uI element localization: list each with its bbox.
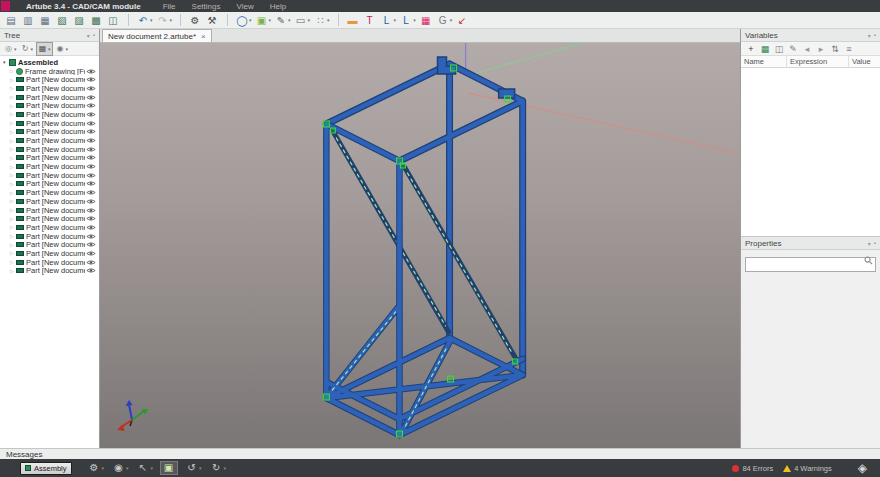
variables-list[interactable]: [741, 68, 880, 237]
rotate-left-icon[interactable]: ↺▾: [184, 461, 203, 475]
import-icon[interactable]: ▩: [89, 13, 104, 27]
visibility-eye-icon[interactable]: [86, 215, 96, 222]
variable-table-icon[interactable]: ▦: [759, 42, 771, 56]
pattern-tool-icon[interactable]: ∷▾: [313, 13, 331, 27]
circle-tool-icon[interactable]: ◯▾: [235, 13, 253, 27]
visibility-eye-icon[interactable]: [86, 85, 96, 92]
tree-item-part[interactable]: ▷ Part [New document 2: [0, 206, 99, 215]
tree-item-part[interactable]: ▷ Part [New document 2: [0, 180, 99, 189]
postprocess-icon[interactable]: ↙: [455, 13, 470, 27]
visibility-eye-icon[interactable]: [86, 146, 96, 153]
warnings-label[interactable]: Warnings: [800, 464, 831, 473]
close-icon[interactable]: ×: [201, 32, 206, 41]
copy-variable-icon[interactable]: ◫: [773, 42, 785, 56]
tree-item-part[interactable]: ▷ Part [New document 2: [0, 84, 99, 93]
profile-tool-icon[interactable]: L▾: [380, 13, 398, 27]
visibility-mode-icon[interactable]: ◉▾: [111, 461, 130, 475]
visibility-eye-icon[interactable]: [86, 180, 96, 187]
machine-setup-icon[interactable]: ⚙: [188, 13, 203, 27]
new-document-icon[interactable]: ▤: [4, 13, 19, 27]
export-icon[interactable]: ◫: [106, 13, 121, 27]
tree-item-part[interactable]: ▷ Part [New document 2: [0, 214, 99, 223]
tree-item-assembled[interactable]: ▾ Assembled: [0, 58, 99, 67]
tree-item-part[interactable]: ▷ Part [New document 2: [0, 258, 99, 267]
column-header-name[interactable]: Name: [741, 56, 787, 67]
column-header-value[interactable]: Value: [849, 56, 880, 67]
save-as-icon[interactable]: ▧: [55, 13, 70, 27]
tree-item-part[interactable]: ▷ Part [New document 2: [0, 119, 99, 128]
column-header-expression[interactable]: Expression: [787, 56, 849, 67]
rotate-right-icon[interactable]: ↻▾: [209, 461, 228, 475]
tree-item-part[interactable]: ▷ Part [New document 2: [0, 249, 99, 258]
visibility-eye-icon[interactable]: [86, 76, 96, 83]
tree-item-part[interactable]: ▷ Part [New document 2: [0, 136, 99, 145]
errors-label[interactable]: Errors: [753, 464, 773, 473]
visibility-eye-icon[interactable]: [86, 172, 96, 179]
visibility-eye-icon[interactable]: [86, 94, 96, 101]
viewport-3d[interactable]: [100, 43, 740, 448]
snap-icon[interactable]: ▣: [160, 461, 178, 475]
visibility-filter-icon[interactable]: ◉▾: [55, 42, 70, 56]
visibility-eye-icon[interactable]: [86, 224, 96, 231]
visibility-eye-icon[interactable]: [86, 198, 96, 205]
tree-item-part[interactable]: ▷ Part [New document 2: [0, 162, 99, 171]
tree-item-part[interactable]: ▷ Part [New document 2: [0, 101, 99, 110]
tree-item-part[interactable]: ▷ Part [New document 2: [0, 110, 99, 119]
menu-item[interactable]: Settings: [192, 2, 221, 11]
table-icon[interactable]: ▦: [419, 13, 434, 27]
visibility-eye-icon[interactable]: [86, 189, 96, 196]
panel-menu-icon[interactable]: ▾: [868, 240, 871, 247]
visibility-eye-icon[interactable]: [86, 137, 96, 144]
next-variable-icon[interactable]: ▸: [815, 42, 827, 56]
properties-search-input[interactable]: [745, 257, 876, 272]
visibility-eye-icon[interactable]: [86, 120, 96, 127]
visibility-eye-icon[interactable]: [86, 207, 96, 214]
edit-variable-icon[interactable]: ✎: [787, 42, 799, 56]
view-mode-icon[interactable]: ▦▾: [36, 42, 53, 56]
tree-item-part[interactable]: ▷ Part [New document 2: [0, 171, 99, 180]
refresh-tree-icon[interactable]: ↻▾: [20, 42, 35, 56]
tree-item-part[interactable]: ▷ Part [New document 2: [0, 128, 99, 137]
open-icon[interactable]: ▥: [21, 13, 36, 27]
profile-edit-icon[interactable]: L▾: [399, 13, 417, 27]
list-view-icon[interactable]: ≡: [843, 42, 855, 56]
machine-mode-icon[interactable]: ⚙▾: [87, 461, 106, 475]
solid-tool-icon[interactable]: ▣▾: [255, 13, 273, 27]
visibility-eye-icon[interactable]: [86, 241, 96, 248]
tree-item-part[interactable]: ▷ Part [New document 2: [0, 240, 99, 249]
add-variable-icon[interactable]: +: [745, 42, 757, 56]
tree-item-frame-drawing[interactable]: ▷ Frame drawing [Frame: [0, 67, 99, 76]
gcode-icon[interactable]: G▾: [436, 13, 454, 27]
redo-icon[interactable]: ↷▾: [156, 13, 174, 27]
measure-tool-icon[interactable]: ▭▾: [294, 13, 312, 27]
menu-item[interactable]: View: [236, 2, 253, 11]
document-tab[interactable]: New document 2.artube* ×: [102, 29, 212, 42]
visibility-eye-icon[interactable]: [86, 259, 96, 266]
visibility-eye-icon[interactable]: [86, 128, 96, 135]
menu-item[interactable]: Help: [270, 2, 286, 11]
tree-item-part[interactable]: ▷ Part [New document 2: [0, 188, 99, 197]
tree-item-part[interactable]: ▷ Part [New document 2: [0, 223, 99, 232]
visibility-eye-icon[interactable]: [86, 267, 96, 274]
tree-item-part[interactable]: ▷ Part [New document 2: [0, 145, 99, 154]
visibility-eye-icon[interactable]: [86, 233, 96, 240]
visibility-eye-icon[interactable]: [86, 102, 96, 109]
save-all-icon[interactable]: ▨: [72, 13, 87, 27]
tree-item-part[interactable]: ▷ Part [New document 2: [0, 75, 99, 84]
tree-item-part[interactable]: ▷ Part [New document 2: [0, 267, 99, 276]
visibility-eye-icon[interactable]: [86, 68, 96, 75]
undo-icon[interactable]: ↶▾: [136, 13, 154, 27]
filter-icon[interactable]: ◎▾: [3, 42, 18, 56]
visibility-eye-icon[interactable]: [86, 250, 96, 257]
tree-item-part[interactable]: ▷ Part [New document 2: [0, 93, 99, 102]
panel-pin-icon[interactable]: ▪: [874, 240, 876, 246]
panel-pin-icon[interactable]: ▪: [874, 32, 876, 38]
panel-menu-icon[interactable]: ▾: [87, 32, 90, 39]
visibility-eye-icon[interactable]: [86, 111, 96, 118]
tree-item-part[interactable]: ▷ Part [New document 2: [0, 197, 99, 206]
wrench-icon[interactable]: ⚒: [205, 13, 220, 27]
tree-item-part[interactable]: ▷ Part [New document 2: [0, 154, 99, 163]
visibility-eye-icon[interactable]: [86, 163, 96, 170]
text-tool-icon[interactable]: T: [363, 13, 378, 27]
panel-menu-icon[interactable]: ▾: [868, 32, 871, 39]
